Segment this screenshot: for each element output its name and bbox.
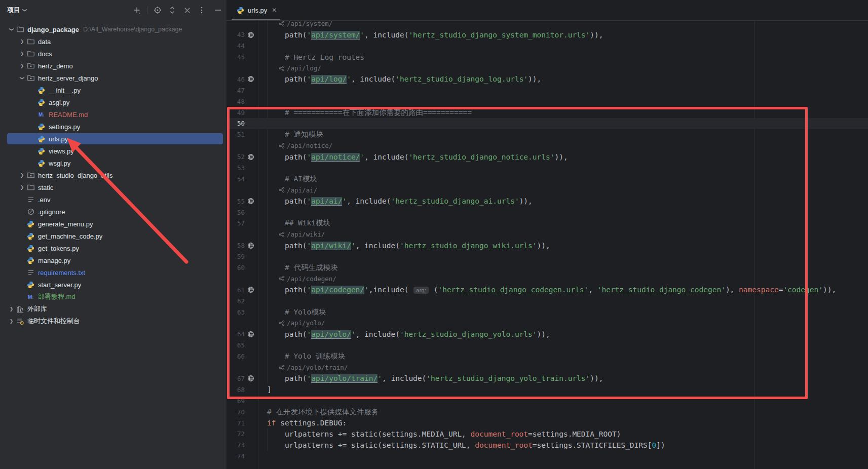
code-line-71[interactable]: 71if settings.DEBUG: [227, 417, 868, 428]
tree-item-部署教程.md[interactable]: M↓部署教程.md [0, 291, 227, 303]
chevron-right-icon[interactable]: ❯ [18, 185, 26, 190]
code-line-61[interactable]: 61 path('api/codegen/',include( arg: ('h… [227, 284, 868, 295]
tree-item-临时文件和控制台[interactable]: ❯临时文件和控制台 [0, 315, 227, 327]
line-number[interactable]: 67 [227, 375, 245, 382]
tree-item-hertz_demo[interactable]: ❯hertz_demo [0, 60, 227, 72]
code-line-48[interactable]: 48 [227, 96, 868, 107]
tree-item-README.md[interactable]: M↓README.md [0, 108, 227, 121]
project-tree[interactable]: ❯django_packageD:\All_Warehouse\django_p… [0, 23, 227, 327]
chevron-right-icon[interactable]: ❯ [7, 319, 16, 324]
line-number[interactable]: 71 [227, 419, 245, 427]
tree-item-generate_menu.py[interactable]: generate_menu.py [0, 218, 227, 230]
line-number[interactable]: 64 [227, 330, 245, 338]
tree-item-asgi.py[interactable]: asgi.py [0, 96, 227, 108]
code-line-56[interactable]: 56 [227, 207, 868, 218]
tree-item-__init__.py[interactable]: __init__.py [0, 84, 227, 96]
line-number[interactable]: 48 [227, 98, 245, 105]
code-line-53[interactable]: 53 [227, 163, 868, 174]
line-number[interactable]: 55 [227, 198, 245, 205]
inlay-hint-row[interactable]: /api/ai/ [227, 184, 868, 196]
tree-item-urls.py[interactable]: urls.py [0, 133, 227, 145]
tree-item-.env[interactable]: .env [0, 193, 227, 206]
line-number[interactable]: 73 [227, 441, 245, 449]
code-line-74[interactable]: 74 [227, 451, 868, 462]
code-line-43[interactable]: 43 path('api/system/', include('hertz_st… [227, 29, 868, 41]
code-line-45[interactable]: 45 # Hertz Log routes [227, 52, 868, 63]
line-number[interactable]: 69 [227, 397, 245, 405]
url-globe-icon[interactable] [245, 198, 257, 205]
chevron-right-icon[interactable]: ❯ [7, 306, 16, 311]
line-number[interactable]: 50 [227, 120, 245, 127]
line-number[interactable]: 46 [227, 75, 245, 83]
expand-collapse-icon[interactable] [168, 6, 177, 15]
code-line-67[interactable]: 67 path('api/yolo/train/', include('hert… [227, 373, 868, 384]
chevron-down-icon[interactable]: ❯ [20, 74, 25, 83]
code-line-47[interactable]: 47 [227, 85, 868, 96]
line-number[interactable]: 66 [227, 353, 245, 360]
code-line-60[interactable]: 60 # 代码生成模块 [227, 262, 868, 273]
line-number[interactable]: 70 [227, 408, 245, 416]
code-line-68[interactable]: 68] [227, 384, 868, 395]
url-globe-icon[interactable] [245, 242, 257, 249]
editor-rows[interactable]: /api/system/43 path('api/system/', inclu… [227, 18, 868, 462]
code-line-62[interactable]: 62 [227, 295, 868, 306]
code-line-52[interactable]: 52 path('api/notice/', include('hertz_st… [227, 151, 868, 163]
line-number[interactable]: 49 [227, 109, 245, 116]
line-number[interactable]: 61 [227, 286, 245, 294]
tree-item-settings.py[interactable]: settings.py [0, 121, 227, 133]
url-globe-icon[interactable] [245, 286, 257, 293]
locate-file-icon[interactable] [153, 6, 162, 15]
inlay-hint-row[interactable]: /api/codegen/ [227, 273, 868, 284]
line-number[interactable]: 68 [227, 386, 245, 394]
line-number[interactable]: 72 [227, 430, 245, 438]
tree-item-.gitignore[interactable]: .gitignore [0, 206, 227, 218]
code-line-51[interactable]: 51 # 通知模块 [227, 129, 868, 140]
tree-item-get_tokens.py[interactable]: get_tokens.py [0, 242, 227, 254]
line-number[interactable]: 45 [227, 53, 245, 61]
panel-title[interactable]: 项目 [7, 6, 20, 15]
tree-item-requirements.txt[interactable]: requirements.txt [0, 266, 227, 279]
code-line-59[interactable]: 59 [227, 251, 868, 262]
line-number[interactable]: 74 [227, 452, 245, 460]
url-globe-icon[interactable] [245, 75, 257, 83]
url-globe-icon[interactable] [245, 31, 257, 38]
code-line-49[interactable]: 49 # ===========在下面添加你需要的路由=========== [227, 107, 868, 118]
close-icon[interactable] [182, 6, 192, 15]
inlay-hint-row[interactable]: /api/yolo/train/ [227, 362, 868, 373]
chevron-right-icon[interactable]: ❯ [18, 51, 26, 56]
inlay-hint-row[interactable]: /api/notice/ [227, 140, 868, 151]
code-line-73[interactable]: 73 urlpatterns += static(settings.STATIC… [227, 440, 868, 451]
code-line-46[interactable]: 46 path('api/log/', include('hertz_studi… [227, 73, 868, 85]
tree-item-wsgi.py[interactable]: wsgi.py [0, 157, 227, 169]
inlay-hint-row[interactable]: /api/yolo/ [227, 318, 868, 329]
line-number[interactable]: 54 [227, 175, 245, 183]
more-options-icon[interactable] [197, 6, 206, 15]
line-number[interactable]: 44 [227, 42, 245, 50]
tree-item-get_machine_code.py[interactable]: get_machine_code.py [0, 230, 227, 242]
line-number[interactable]: 65 [227, 341, 245, 349]
tree-item-views.py[interactable]: views.py [0, 145, 227, 157]
tree-item-hertz_studio_django_utils[interactable]: ❯hertz_studio_django_utils [0, 169, 227, 181]
code-line-63[interactable]: 63 # Yolo模块 [227, 306, 868, 318]
code-line-65[interactable]: 65 [227, 340, 868, 351]
code-line-50[interactable]: 50 [227, 118, 868, 129]
chevron-down-icon[interactable]: ❯ [9, 25, 14, 34]
inlay-hint-row[interactable]: /api/log/ [227, 63, 868, 74]
chevron-right-icon[interactable]: ❯ [18, 173, 26, 178]
add-icon[interactable] [132, 6, 141, 15]
tree-item-django_package[interactable]: ❯django_packageD:\All_Warehouse\django_p… [0, 23, 227, 35]
line-number[interactable]: 56 [227, 209, 245, 216]
line-number[interactable]: 60 [227, 264, 245, 271]
line-number[interactable]: 51 [227, 131, 245, 138]
code-line-64[interactable]: 64 path('api/yolo/', include('hertz_stud… [227, 329, 868, 340]
chevron-right-icon[interactable]: ❯ [18, 39, 26, 44]
line-number[interactable]: 53 [227, 164, 245, 172]
line-number[interactable]: 47 [227, 87, 245, 94]
tree-item-start_server.py[interactable]: start_server.py [0, 279, 227, 291]
tab-urls-py[interactable]: urls.py ✕ [230, 0, 282, 20]
line-number[interactable]: 43 [227, 31, 245, 38]
url-globe-icon[interactable] [245, 153, 257, 161]
code-line-58[interactable]: 58 path('api/wiki/', include('hertz_stud… [227, 240, 868, 251]
code-line-72[interactable]: 72 urlpatterns += static(settings.MEDIA_… [227, 428, 868, 440]
tree-item-static[interactable]: ❯static [0, 181, 227, 193]
